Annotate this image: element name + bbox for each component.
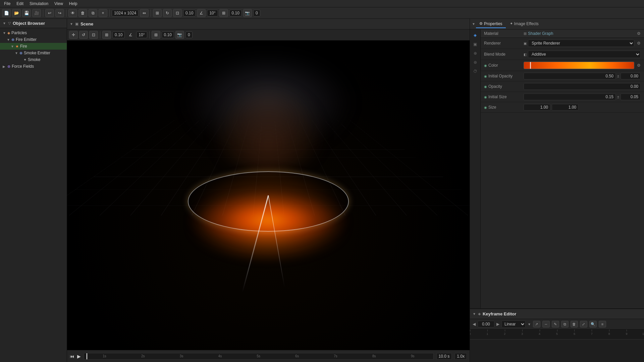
initial-size-input[interactable] — [524, 94, 616, 100]
tab-properties[interactable]: ⚙ Properties — [476, 20, 506, 28]
kf-copy-btn[interactable]: ⧉ — [561, 321, 569, 327]
camera-button[interactable]: 🎥 — [32, 9, 41, 17]
shader-icon: ⊞ — [524, 32, 527, 36]
grid-value-1[interactable]: 0.10 — [183, 10, 196, 16]
kf-tick-2 — [505, 329, 505, 331]
sidebar-item-fire-emitter[interactable]: ▼ ⊕ Fire Emitter — [0, 36, 67, 43]
kf-tangent-btn[interactable]: ↗ — [533, 321, 540, 327]
grid-snap-button[interactable]: ⊞ — [153, 9, 162, 17]
kf-tick-label-6: 6 — [574, 332, 575, 336]
image-effects-tab-label: Image Effects — [514, 21, 539, 26]
save-button[interactable]: 💾 — [22, 9, 31, 17]
size-x-input[interactable] — [524, 104, 550, 111]
sidebar-item-smoke-emitter[interactable]: ▼ ⊕ Smoke Emitter — [0, 50, 67, 56]
play-button[interactable]: ▶ — [77, 354, 81, 359]
add-button[interactable]: + — [99, 9, 107, 17]
sidebar-item-particles[interactable]: ▼ ◈ Particles — [0, 29, 67, 36]
delete-button[interactable]: 🗑 — [78, 9, 87, 17]
redo-button[interactable]: ↪ — [55, 9, 64, 17]
duplicate-button[interactable]: ⧉ — [89, 9, 97, 17]
menu-simulation[interactable]: Simulation — [27, 1, 51, 7]
kf-tick-label-5: 5 — [556, 332, 558, 336]
kf-time-input[interactable] — [478, 321, 494, 327]
menu-edit[interactable]: Edit — [14, 1, 26, 7]
scene-grid-val-btn[interactable]: ⊞ — [152, 31, 160, 39]
prop-icon-material[interactable]: ◈ — [472, 32, 479, 39]
right-panel-collapse-icon[interactable]: ▼ — [472, 22, 475, 26]
scene-angle-val[interactable]: 10° — [136, 32, 147, 38]
prop-icon-lifetime[interactable]: ⏱ — [472, 68, 479, 75]
prop-icon-render[interactable]: ▣ — [472, 41, 479, 48]
sidebar-collapse-icon[interactable]: ▼ — [3, 21, 6, 25]
menu-help[interactable]: Help — [66, 1, 80, 7]
speed-display: 1.0x — [454, 353, 467, 360]
kf-tick-label-4: 4 — [539, 332, 540, 336]
color-settings-icon[interactable]: ⚙ — [637, 63, 641, 68]
resize-button[interactable]: ⇔ — [140, 9, 149, 17]
opacity-input[interactable] — [524, 83, 641, 90]
scene-collapse-icon[interactable]: ▼ — [70, 22, 73, 26]
scene-rotate-button[interactable]: ↺ — [79, 31, 88, 39]
filter-icon[interactable]: ▽ — [8, 21, 11, 25]
kf-zoom-btn[interactable]: 🔍 — [589, 321, 597, 327]
blend-mode-select[interactable]: Additive Alpha Multiply — [528, 51, 641, 58]
rotate-snap-button[interactable]: ↻ — [163, 9, 172, 17]
scene-viewport[interactable] — [67, 41, 470, 350]
timeline-track[interactable]: 1s 2s 3s 4s 5s 6s 7s 8s 9s — [84, 353, 434, 360]
menu-view[interactable]: View — [52, 1, 66, 7]
shader-graph-link[interactable]: Shader Graph — [528, 31, 553, 36]
kf-next-button[interactable]: ▶ — [496, 322, 499, 326]
kf-menu-btn[interactable]: ≡ — [599, 321, 606, 327]
scene-scale-button[interactable]: ⊡ — [89, 31, 98, 39]
tab-image-effects[interactable]: ✦ Image Effects — [506, 20, 542, 28]
fire-emitter-arrow: ▼ — [7, 38, 10, 42]
prop-label-opacity: ◉ Opacity — [484, 84, 521, 89]
skip-start-button[interactable]: ⏮ — [70, 354, 74, 359]
initial-size-pm-input[interactable] — [621, 94, 641, 100]
prop-side-icons: ◈ ▣ ⊕ ⊛ ⏱ — [470, 29, 481, 308]
scene-move-button[interactable]: ✛ — [69, 31, 78, 39]
kf-header-icon: ◈ — [478, 312, 481, 316]
initial-opacity-pm-input[interactable] — [621, 73, 641, 79]
material-label-text: Material — [484, 31, 498, 36]
sidebar-item-smoke[interactable]: ✦ Smoke — [0, 56, 67, 63]
smoke-emitter-arrow: ▼ — [15, 51, 18, 55]
kf-tangent-flat-btn[interactable]: ↔ — [542, 321, 550, 327]
angle-value[interactable]: 10° — [207, 10, 218, 16]
material-settings-icon[interactable]: ⚙ — [637, 31, 641, 36]
prop-icon-force[interactable]: ⊛ — [472, 59, 479, 66]
open-button[interactable]: 📂 — [12, 9, 21, 17]
prop-row-size: ◉ Size — [481, 102, 644, 113]
kf-tick-9 — [627, 329, 627, 331]
kf-expand-btn[interactable]: ⤢ — [580, 321, 587, 327]
sidebar-item-force-fields[interactable]: ▶ ⊛ Force Fields — [0, 63, 67, 70]
renderer-select[interactable]: Sprite Renderer Mesh Renderer — [528, 40, 634, 47]
zero-value[interactable]: 0 — [253, 10, 260, 16]
kf-collapse-icon[interactable]: ▼ — [473, 312, 476, 316]
new-button[interactable]: 📄 — [2, 9, 11, 17]
visibility-button[interactable]: 👁 — [68, 9, 77, 17]
scene-grid-val-1[interactable]: 0.10 — [112, 32, 125, 38]
color-bar[interactable] — [524, 62, 634, 69]
scene-grid-button[interactable]: ⊞ — [102, 31, 111, 39]
grid-value-2[interactable]: 0.10 — [229, 10, 242, 16]
timeline-mark-9s: 9s — [393, 354, 432, 358]
prop-icon-emitter[interactable]: ⊕ — [472, 50, 479, 57]
sidebar-item-fire[interactable]: ▼ ★ Fire — [0, 43, 67, 50]
scene-camera-btn[interactable]: 📷 — [175, 31, 184, 39]
initial-opacity-input[interactable] — [524, 73, 616, 79]
scene-zero[interactable]: 0 — [185, 32, 193, 38]
menu-file[interactable]: File — [1, 1, 13, 7]
kf-delete-btn[interactable]: 🗑 — [571, 321, 578, 327]
size-y-input[interactable] — [552, 104, 579, 111]
initial-size-pm-symbol: ± — [617, 95, 619, 99]
undo-button[interactable]: ↩ — [45, 9, 54, 17]
kf-prev-button[interactable]: ◀ — [473, 322, 476, 326]
scene-grid-val-2[interactable]: 0.10 — [162, 32, 174, 38]
renderer-settings-icon[interactable]: ⚙ — [637, 41, 641, 46]
kf-pencil-btn[interactable]: ✎ — [552, 321, 559, 327]
kf-interpolation-select[interactable]: Linear Smooth Step — [501, 320, 526, 328]
scale-snap-button[interactable]: ⊡ — [173, 9, 182, 17]
keyframe-panel: ▼ ◈ Keyframe Editor ◀ ▶ Linear Smooth St… — [470, 308, 644, 362]
prop-value-renderer: ▣ Sprite Renderer Mesh Renderer — [524, 40, 634, 47]
